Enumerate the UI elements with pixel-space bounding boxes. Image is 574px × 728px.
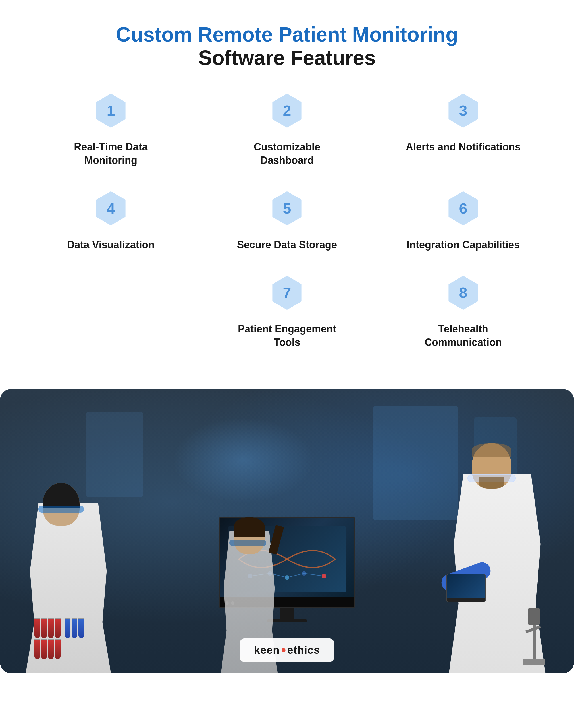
hexagon-wrapper-5: 5 bbox=[269, 190, 305, 227]
feature-label-5: Secure Data Storage bbox=[237, 238, 337, 252]
feature-label-2: CustomizableDashboard bbox=[254, 141, 320, 167]
page-title: Custom Remote Patient Monitoring Softwar… bbox=[29, 23, 545, 69]
feature-number-5: 5 bbox=[283, 200, 291, 217]
hexagon-wrapper-2: 2 bbox=[269, 92, 305, 129]
person-right-tablet bbox=[446, 574, 486, 602]
feature-number-1: 1 bbox=[107, 102, 115, 119]
svg-line-12 bbox=[287, 573, 304, 578]
microscope bbox=[517, 602, 551, 665]
svg-line-13 bbox=[304, 573, 324, 576]
tube-r5 bbox=[34, 639, 40, 659]
feature-item-5: 5 Secure Data Storage bbox=[207, 190, 367, 252]
hexagon-7: 7 bbox=[270, 275, 304, 310]
hexagon-wrapper-7: 7 bbox=[269, 274, 305, 311]
tube-r3 bbox=[48, 618, 54, 638]
hexagon-wrapper-6: 6 bbox=[445, 190, 482, 227]
feature-label-4: Data Visualization bbox=[67, 238, 154, 252]
feature-number-7: 7 bbox=[283, 284, 291, 301]
tube-b1 bbox=[65, 618, 71, 638]
top-section: Custom Remote Patient Monitoring Softwar… bbox=[0, 0, 574, 389]
dna-glow bbox=[172, 417, 314, 503]
microscope-eyepiece bbox=[528, 608, 540, 625]
tube-r1 bbox=[34, 618, 40, 638]
feature-number-2: 2 bbox=[283, 102, 291, 119]
feature-label-8: TelehealthCommunication bbox=[424, 322, 502, 349]
feature-number-6: 6 bbox=[459, 200, 467, 217]
feature-label-1: Real-Time DataMonitoring bbox=[74, 141, 148, 167]
feature-number-3: 3 bbox=[459, 102, 467, 119]
hexagon-5: 5 bbox=[270, 191, 304, 226]
tube-r2 bbox=[41, 618, 47, 638]
microscope-base bbox=[523, 659, 545, 665]
person-middle-head bbox=[234, 517, 265, 554]
feature-item-7: 7 Patient EngagementTools bbox=[207, 274, 367, 349]
hexagon-8: 8 bbox=[446, 275, 480, 310]
keen-ethics-logo: keen ethics bbox=[240, 639, 334, 662]
hexagon-6: 6 bbox=[446, 191, 480, 226]
hexagon-wrapper-3: 3 bbox=[445, 92, 482, 129]
lab-scene: keen ethics bbox=[0, 389, 574, 674]
feature-label-7: Patient EngagementTools bbox=[238, 322, 336, 349]
keen-logo-text-right: ethics bbox=[287, 644, 320, 656]
keen-dot bbox=[281, 648, 285, 652]
feature-item-4: 4 Data Visualization bbox=[31, 190, 191, 252]
person-middle-hair-top bbox=[234, 517, 265, 537]
hexagon-1: 1 bbox=[94, 93, 128, 128]
feature-item-3: 3 Alerts and Notifications bbox=[383, 92, 543, 167]
feature-number-4: 4 bbox=[107, 200, 115, 217]
hexagon-wrapper-1: 1 bbox=[92, 92, 129, 129]
tube-r6 bbox=[41, 639, 47, 659]
feature-item-1: 1 Real-Time DataMonitoring bbox=[31, 92, 191, 167]
tube-rack-2 bbox=[65, 618, 84, 659]
person-left-head bbox=[43, 483, 80, 526]
hexagon-wrapper-4: 4 bbox=[92, 190, 129, 227]
person-middle-ponytail bbox=[269, 525, 284, 554]
keen-logo-text-left: keen bbox=[254, 644, 280, 656]
feature-item-6: 6 Integration Capabilities bbox=[383, 190, 543, 252]
feature-item-8: 8 TelehealthCommunication bbox=[383, 274, 543, 349]
tube-b3 bbox=[78, 618, 84, 638]
tube-b2 bbox=[72, 618, 77, 638]
tablet-screen bbox=[447, 574, 485, 598]
person-right-hair bbox=[472, 443, 511, 457]
microscope-arm bbox=[533, 619, 536, 659]
tube-r4 bbox=[55, 618, 60, 638]
title-line1: Custom Remote Patient Monitoring bbox=[29, 23, 545, 46]
tube-racks bbox=[34, 618, 84, 659]
tube-r7 bbox=[48, 639, 54, 659]
tube-r8 bbox=[55, 639, 60, 659]
hexagon-wrapper-8: 8 bbox=[445, 274, 482, 311]
feature-item-2: 2 CustomizableDashboard bbox=[207, 92, 367, 167]
features-grid: 1 Real-Time DataMonitoring 2 Customizabl… bbox=[31, 92, 543, 252]
person-middle-glasses bbox=[229, 540, 266, 546]
feature-label-3: Alerts and Notifications bbox=[406, 141, 521, 154]
lab-image-section: keen ethics bbox=[0, 389, 574, 674]
title-line2: Software Features bbox=[29, 46, 545, 69]
tube-rack-1 bbox=[34, 618, 60, 659]
person-right-beard bbox=[479, 477, 504, 489]
lab-background: keen ethics bbox=[0, 389, 574, 674]
feature-label-6: Integration Capabilities bbox=[407, 238, 520, 252]
person-left-glasses bbox=[38, 506, 84, 513]
person-left-hair bbox=[43, 483, 80, 508]
hexagon-4: 4 bbox=[94, 191, 128, 226]
feature-number-8: 8 bbox=[459, 284, 467, 301]
hexagon-2: 2 bbox=[270, 93, 304, 128]
hexagon-3: 3 bbox=[446, 93, 480, 128]
